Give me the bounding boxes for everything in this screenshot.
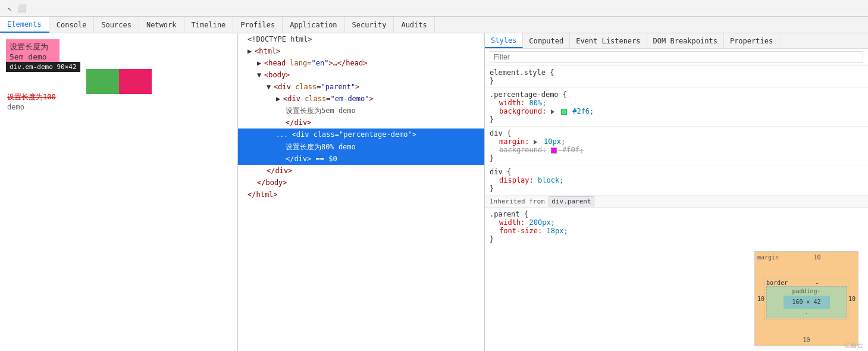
percentage-demo-line[interactable]: ... <div class="percentage-demo"> xyxy=(238,129,484,141)
tab-security[interactable]: Security xyxy=(345,17,394,33)
em-demo-tooltip: div.em-demo 90×42 xyxy=(6,62,80,72)
parent-fontsize: font-size: 18px; xyxy=(490,227,863,235)
bm-padding-label: padding- xyxy=(792,288,820,294)
bm-margin-label: margin xyxy=(757,254,779,261)
watermark-text: 亿速云 xyxy=(844,341,863,349)
element-style-selector: element.style { xyxy=(490,68,863,77)
html-line[interactable]: ▶<html> xyxy=(238,45,484,57)
bg-triangle[interactable] xyxy=(551,109,554,114)
body-line[interactable]: ▼<body> xyxy=(238,69,484,81)
div-background-prop: background: #f0f; xyxy=(490,146,863,154)
em-demo-box: 设置长度为5em demo xyxy=(6,39,59,64)
bm-inner-size-text: 160 × 42 xyxy=(792,299,820,305)
cursor-icon[interactable]: ↖ xyxy=(5,4,14,13)
filter-bar xyxy=(485,49,868,66)
styles-tab-dom-breakpoints[interactable]: DOM Breakpoints xyxy=(647,33,724,48)
box-model-diagram: margin 10 10 border - xyxy=(754,251,858,346)
bm-padding-box: padding- 160 × 42 - xyxy=(766,286,847,318)
preview-panel: 设置长度为5em demo div.em-demo 90×42 设置长度为100… xyxy=(0,33,238,351)
green-box xyxy=(86,69,119,94)
percentage-closing: } xyxy=(490,115,863,124)
tab-sources[interactable]: Sources xyxy=(94,17,139,33)
styles-tab-event-listeners[interactable]: Event Listeners xyxy=(570,33,647,48)
percentage-background: background: #2f6; xyxy=(490,107,863,115)
box-inspect-icon[interactable]: ⬜ xyxy=(17,4,26,13)
div-bg-swatch[interactable] xyxy=(551,148,557,153)
percentage-demo-close-line: </div> == $0 xyxy=(238,153,484,165)
box-model-container: margin 10 10 border - xyxy=(485,246,868,351)
inherited-tag[interactable]: div.parent xyxy=(549,196,594,206)
div-margin-selector: div { xyxy=(490,129,863,137)
bg-color-swatch[interactable] xyxy=(561,109,567,115)
element-style-closing: } xyxy=(490,77,863,85)
elements-panel: <!DOCTYPE html> ▶<html> ▶<head lang="en"… xyxy=(238,33,485,351)
watermark: 亿速云 xyxy=(844,341,863,350)
styles-tab-styles[interactable]: Styles xyxy=(485,33,523,48)
parent-selector: .parent { xyxy=(490,210,863,218)
parent-closing: } xyxy=(490,235,863,243)
parent-width: width: 200px; xyxy=(490,218,863,227)
percentage-selector: .percentage-demo { xyxy=(490,90,863,99)
demo-label: demo xyxy=(6,103,131,111)
tab-console[interactable]: Console xyxy=(49,17,95,33)
doctype-line[interactable]: <!DOCTYPE html> xyxy=(238,33,484,45)
html-close-line: </html> xyxy=(238,189,484,200)
em-demo-text-line: 设置长度为5em demo xyxy=(238,105,484,117)
pink-box xyxy=(119,69,152,94)
bm-middle: 10 border - padding- 16 xyxy=(757,261,856,337)
em-demo-line[interactable]: ▶<div class="em-demo"> xyxy=(238,93,484,105)
bm-padding-bottom: - xyxy=(804,310,808,316)
tab-application[interactable]: Application xyxy=(283,17,344,33)
body-close-line: </body> xyxy=(238,177,484,189)
em-demo-container: 设置长度为5em demo div.em-demo 90×42 xyxy=(6,39,59,64)
div-margin-prop: margin: 10px; xyxy=(490,137,863,146)
bm-border-label: border xyxy=(766,280,788,286)
bm-inner-size: 160 × 42 xyxy=(784,296,830,309)
style-block-element: element.style { } xyxy=(485,66,868,88)
devtools-toolbar: ↖ ⬜ xyxy=(0,0,868,17)
styles-panel: Styles Computed Event Listeners DOM Brea… xyxy=(485,33,868,351)
filter-input[interactable] xyxy=(490,51,863,63)
style-block-div-margin: div { margin: 10px; background: #f0f; } xyxy=(485,127,868,165)
bm-border-val: - xyxy=(816,280,819,286)
main-content: 设置长度为5em demo div.em-demo 90×42 设置长度为100… xyxy=(0,33,868,351)
head-line[interactable]: ▶<head lang="en">…</head> xyxy=(238,57,484,69)
bm-bottom-row: 10 xyxy=(757,337,856,343)
margin-triangle[interactable] xyxy=(534,140,537,145)
tab-timeline[interactable]: Timeline xyxy=(184,17,234,33)
preview-wrapper: 设置长度为5em demo div.em-demo 90×42 设置长度为100… xyxy=(0,33,237,117)
div-margin-closing: } xyxy=(490,154,863,162)
parent-div-line[interactable]: ▼<div class="parent"> xyxy=(238,81,484,93)
div-display-prop: display: block; xyxy=(490,176,863,184)
div-display-selector: div { xyxy=(490,168,863,176)
tab-bar: Elements Console Sources Network Timelin… xyxy=(0,17,868,33)
styles-tabs: Styles Computed Event Listeners DOM Brea… xyxy=(485,33,868,49)
div-display-closing: } xyxy=(490,184,863,193)
parent-div-close-line: </div> xyxy=(238,165,484,177)
bm-right-val: 10 xyxy=(848,296,856,302)
inherited-from-label: Inherited from div.parent xyxy=(485,196,868,208)
tooltip-text: div.em-demo 90×42 xyxy=(10,63,77,71)
style-block-parent: .parent { width: 200px; font-size: 18px;… xyxy=(485,208,868,246)
em-demo-text: 设置长度为5em demo xyxy=(10,42,48,61)
percentage-width: width: 80%; xyxy=(490,99,863,107)
bm-margin-top-val: 10 xyxy=(814,254,821,261)
styles-tab-computed[interactable]: Computed xyxy=(523,33,570,48)
style-block-percentage: .percentage-demo { width: 80%; backgroun… xyxy=(485,88,868,127)
bm-margin-bottom-val: 10 xyxy=(803,337,810,343)
em-demo-close-line: </div> xyxy=(238,117,484,129)
tab-network[interactable]: Network xyxy=(139,17,184,33)
tab-profiles[interactable]: Profiles xyxy=(233,17,283,33)
tab-audits[interactable]: Audits xyxy=(394,17,434,33)
style-block-div-display: div { display: block; } xyxy=(485,165,868,196)
bm-border-row: border - xyxy=(766,280,847,286)
tab-elements[interactable]: Elements xyxy=(0,17,49,33)
styles-tab-properties[interactable]: Properties xyxy=(724,33,779,48)
bm-left-val: 10 xyxy=(757,296,764,302)
bm-top-row: margin 10 xyxy=(757,254,856,261)
percentage-demo-text-line: 设置长度为80% demo xyxy=(238,141,484,153)
bm-border-box: border - padding- 160 × 42 - xyxy=(764,278,848,320)
